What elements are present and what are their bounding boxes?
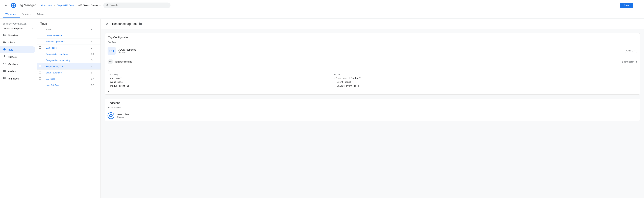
sidebar-item-folders-label: Folders (8, 70, 16, 73)
tag-permissions-row[interactable]: Tag permissions 1 permission › (105, 57, 640, 66)
trigger-dot (110, 115, 112, 116)
row-checkbox[interactable] (39, 65, 41, 67)
permissions-chevron-icon: › (636, 60, 637, 64)
back-button[interactable] (3, 2, 10, 9)
sidebar-item-variables[interactable]: Variables (0, 61, 36, 68)
json-block: { Property Value user_email {{user email… (105, 66, 640, 94)
trigger-name: Data Client (117, 113, 129, 116)
select-all-checkbox[interactable] (39, 28, 41, 30)
table-row[interactable]: Firestore - purchase F (37, 39, 100, 45)
tag-config-title: Tag Configuration (105, 33, 640, 40)
tag-name: Conversion linker (46, 34, 62, 37)
sidebar-item-overview[interactable]: Overview (0, 32, 36, 39)
permissions-label: Tag permissions (115, 60, 620, 63)
row-checkbox[interactable] (39, 71, 41, 73)
json-key-event-name: event_name (108, 80, 333, 84)
overview-icon (3, 33, 6, 37)
sidebar-item-templates-label: Templates (8, 77, 19, 80)
row-checkbox[interactable] (39, 59, 41, 61)
sidebar-item-templates[interactable]: Templates (0, 75, 36, 82)
sidebar-workspace-item[interactable]: Default Workspace › (0, 26, 36, 32)
triggering-title: Triggering (105, 99, 640, 106)
firing-triggers-label: Firing Triggers (105, 106, 640, 110)
tag-type-row: {·} JSON response stape-io GALLERY (105, 45, 640, 57)
folders-icon (3, 69, 6, 73)
tags-table: Name ↑ T Conversion linker C Firestore -… (37, 27, 100, 88)
sidebar-workspace-chevron-icon: › (32, 27, 33, 30)
sidebar-item-overview-label: Overview (8, 34, 18, 37)
detail-title: Response tag - dc (112, 22, 136, 26)
table-row[interactable]: Snap - purchase S (37, 70, 100, 76)
trigger-type: Custom (117, 116, 129, 118)
row-checkbox[interactable] (39, 78, 41, 80)
sidebar-item-tags[interactable]: Tags (0, 46, 36, 53)
sidebar-workspace-name: Default Workspace (3, 27, 22, 30)
tag-type: J (91, 65, 92, 68)
tab-versions[interactable]: Versions (20, 11, 34, 18)
app-logo (11, 3, 16, 8)
breadcrumb-account[interactable]: Stape GTM Demo (57, 4, 74, 7)
table-row[interactable]: Google Ads - purchase G T (37, 51, 100, 57)
tag-name: GA4 - base (46, 47, 57, 49)
col-type: T (89, 27, 100, 32)
sidebar-item-triggers-label: Triggers (8, 56, 16, 58)
close-button[interactable]: ✕ (104, 21, 110, 27)
breadcrumb-all-accounts[interactable]: All accounts (40, 4, 52, 7)
sidebar-item-folders[interactable]: Folders (0, 68, 36, 75)
table-row[interactable]: GA4 - base G (37, 45, 100, 51)
table-row[interactable]: UA - base G A (37, 76, 100, 82)
row-checkbox[interactable] (39, 84, 41, 86)
gallery-badge[interactable]: GALLERY (625, 49, 637, 53)
col-name: Name ↑ (44, 27, 89, 32)
json-val-header: Value (333, 73, 636, 76)
tag-type-label: Tag Type (105, 40, 640, 45)
trigger-inner-icon (109, 114, 112, 117)
tag-configuration-card: Tag Configuration Tag Type {·} JSON resp… (105, 33, 640, 95)
sidebar-item-clients[interactable]: Clients (0, 39, 36, 46)
search-bar[interactable] (103, 3, 170, 8)
json-row: user_email {{user email lookup}} (108, 76, 636, 80)
row-checkbox[interactable] (39, 34, 41, 36)
table-row[interactable]: Conversion linker C (37, 32, 100, 39)
sidebar: Current Workspace Default Workspace › Ov… (0, 19, 37, 198)
row-checkbox[interactable] (39, 40, 41, 42)
json-prop-header: Property (108, 73, 333, 76)
clients-icon (3, 41, 6, 44)
workspace-selector[interactable]: WP Demo Server ▾ (78, 4, 101, 7)
sidebar-item-clients-label: Clients (8, 41, 15, 44)
tag-name: Google Ads - remarkeitng (46, 59, 70, 62)
save-button[interactable]: Save (620, 3, 633, 8)
tag-type: S (91, 72, 92, 74)
sidebar-item-variables-label: Variables (8, 63, 18, 66)
tag-type-sub: stape-io (118, 51, 622, 54)
tab-admin[interactable]: Admin (34, 11, 46, 18)
close-icon: ✕ (106, 22, 108, 26)
workspace-name: WP Demo Server (78, 4, 99, 7)
json-properties-table: Property Value user_email {{user email l… (108, 73, 636, 88)
row-checkbox[interactable] (39, 53, 41, 55)
svg-rect-0 (12, 4, 14, 5)
tag-type: F (91, 41, 92, 43)
table-row[interactable]: UA - DataTag G A (37, 82, 100, 88)
search-input[interactable] (110, 4, 168, 7)
trigger-row[interactable]: Data Client Custom (105, 110, 640, 121)
more-options-button[interactable] (634, 2, 641, 9)
tags-icon (3, 48, 6, 52)
tag-type: G (91, 47, 92, 49)
triggering-card: Triggering Firing Triggers Data Client C… (105, 99, 640, 121)
table-row[interactable]: Response tag - dc J (37, 63, 100, 70)
sidebar-section-label: Current Workspace (0, 22, 37, 26)
row-checkbox[interactable] (39, 46, 41, 49)
sidebar-item-triggers[interactable]: Triggers (0, 53, 36, 61)
json-row: event_name {{Event Name}} (108, 80, 636, 84)
detail-content: Tag Configuration Tag Type {·} JSON resp… (101, 29, 644, 125)
folder-icon[interactable] (138, 22, 142, 26)
sort-asc-icon: ↑ (53, 28, 54, 31)
svg-rect-3 (14, 5, 15, 7)
detail-panel: ✕ Response tag - dc Tag Configuration Ta… (101, 19, 644, 198)
breadcrumb-separator: > (54, 4, 55, 7)
tab-workspace[interactable]: Workspace (3, 11, 20, 18)
table-row[interactable]: Google Ads - remarkeitng G (37, 57, 100, 63)
tag-name: UA - base (46, 78, 55, 80)
json-key-user-email: user_email (108, 76, 333, 80)
